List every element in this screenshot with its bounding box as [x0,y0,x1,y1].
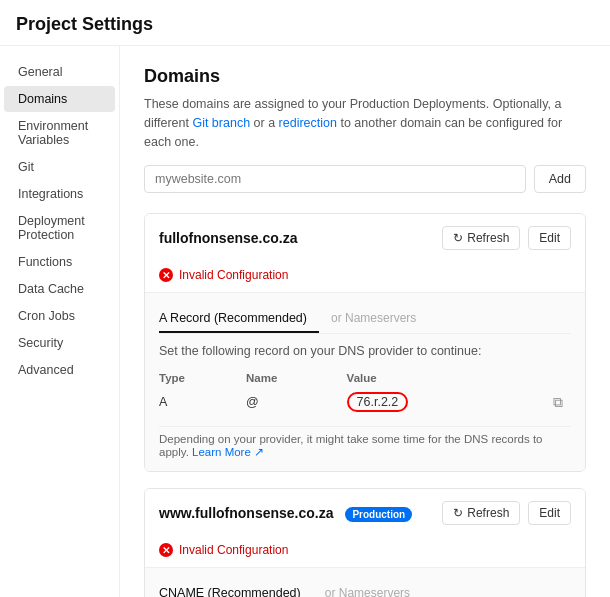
copy-icon-1[interactable]: ⧉ [553,394,563,410]
domains-title: Domains [144,66,586,87]
domain-2-dns-tabs: CNAME (Recommended) or Nameservers [159,580,571,597]
domain-1-dns-footer: Depending on your provider, it might tak… [159,426,571,459]
sidebar-item-env-vars[interactable]: Environment Variables [4,113,115,153]
sidebar-item-data-cache[interactable]: Data Cache [4,276,115,302]
add-domain-row: Add [144,165,586,193]
domain-1-status-row: ✕ Invalid Configuration [145,262,585,292]
domain-2-refresh-button[interactable]: ↻ Refresh [442,501,520,525]
sidebar-item-deployment-protection[interactable]: Deployment Protection [4,208,115,248]
domain-1-dns-table: Type Name Value A @ 76.r.2.2 [159,368,571,416]
domain-2-status: Invalid Configuration [179,543,288,557]
dns-tab-sep-2: or Nameservers [325,580,418,597]
dns-name-1: @ [246,388,347,416]
sidebar-item-security[interactable]: Security [4,330,115,356]
sidebar: General Domains Environment Variables Gi… [0,46,120,597]
git-branch-link[interactable]: Git branch [192,116,250,130]
sidebar-item-integrations[interactable]: Integrations [4,181,115,207]
page-title: Project Settings [0,0,610,46]
refresh-icon-2: ↻ [453,506,463,520]
dns-tab-cname[interactable]: CNAME (Recommended) [159,580,313,597]
error-icon-1: ✕ [159,268,173,282]
dns-value-highlighted-1: 76.r.2.2 [347,392,409,412]
domain-card-1-header: fullofnonsense.co.za ↻ Refresh Edit [145,214,585,262]
learn-more-link-1[interactable]: Learn More ↗ [192,446,264,458]
domain-1-dns-instruction: Set the following record on your DNS pro… [159,344,571,358]
domain-1-name: fullofnonsense.co.za [159,230,442,246]
domain-1-actions: ↻ Refresh Edit [442,226,571,250]
domain-2-dns: CNAME (Recommended) or Nameservers Set t… [145,567,585,597]
production-badge: Production [345,507,412,522]
domains-description: These domains are assigned to your Produ… [144,95,586,151]
domain-2-actions: ↻ Refresh Edit [442,501,571,525]
dns-tab-sep-1: or Nameservers [331,305,424,333]
domain-2-name: www.fullofnonsense.co.za Production [159,505,442,521]
dns-tab-a-record[interactable]: A Record (Recommended) [159,305,319,333]
col-type-1: Type [159,368,246,388]
refresh-icon: ↻ [453,231,463,245]
domain-1-dns-tabs: A Record (Recommended) or Nameservers [159,305,571,334]
sidebar-item-domains[interactable]: Domains [4,86,115,112]
domain-card-2-header: www.fullofnonsense.co.za Production ↻ Re… [145,489,585,537]
col-name-1: Name [246,368,347,388]
sidebar-item-advanced[interactable]: Advanced [4,357,115,383]
domain-2-edit-button[interactable]: Edit [528,501,571,525]
domain-2-status-row: ✕ Invalid Configuration [145,537,585,567]
dns-type-1: A [159,388,246,416]
domain-card-1: fullofnonsense.co.za ↻ Refresh Edit ✕ In… [144,213,586,472]
domain-1-dns: A Record (Recommended) or Nameservers Se… [145,292,585,471]
sidebar-item-functions[interactable]: Functions [4,249,115,275]
dns-value-1: 76.r.2.2 [347,388,525,416]
domain-card-2: www.fullofnonsense.co.za Production ↻ Re… [144,488,586,597]
sidebar-item-git[interactable]: Git [4,154,115,180]
add-domain-button[interactable]: Add [534,165,586,193]
redirection-link[interactable]: redirection [279,116,337,130]
sidebar-item-general[interactable]: General [4,59,115,85]
col-value-1: Value [347,368,525,388]
domain-1-refresh-button[interactable]: ↻ Refresh [442,226,520,250]
error-icon-2: ✕ [159,543,173,557]
domain-1-edit-button[interactable]: Edit [528,226,571,250]
domain-1-status: Invalid Configuration [179,268,288,282]
dns-row-1: A @ 76.r.2.2 ⧉ [159,388,571,416]
main-content: Domains These domains are assigned to yo… [120,46,610,597]
sidebar-item-cron-jobs[interactable]: Cron Jobs [4,303,115,329]
domain-input[interactable] [144,165,526,193]
